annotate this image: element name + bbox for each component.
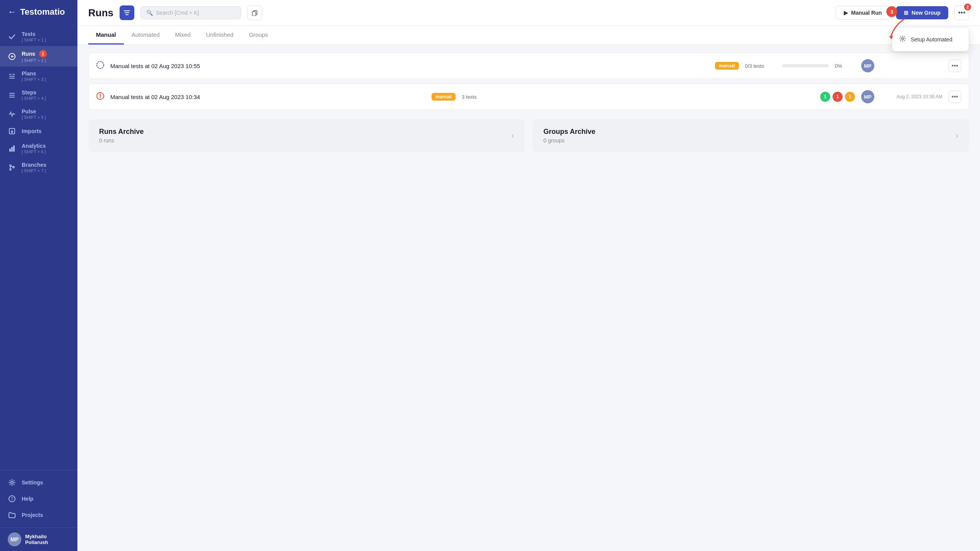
plans-icon	[8, 72, 16, 80]
progress-label: 0%	[835, 63, 849, 69]
svg-point-24	[100, 97, 101, 98]
run-more-button[interactable]: •••	[949, 60, 961, 72]
dropdown-menu: Setup Automated	[892, 27, 969, 51]
new-group-button[interactable]: ⊞ New Group	[896, 6, 948, 19]
setup-automated-label: Setup Automated	[911, 36, 952, 43]
run-name: Manual tests at 02 Aug 2023 10:34	[110, 94, 425, 100]
groups-archive-card[interactable]: Groups Archive 0 groups ›	[533, 119, 969, 152]
svg-rect-18	[252, 12, 256, 16]
folder-icon	[8, 511, 16, 519]
search-box[interactable]: 🔍 Search [Cmd + K]	[140, 6, 241, 19]
run-tests: 0/3 tests	[745, 63, 776, 69]
groups-archive-title: Groups Archive	[543, 128, 595, 136]
play-icon: ▶	[844, 10, 848, 16]
content-area: Manual tests at 02 Aug 2023 10:55 manual…	[77, 45, 980, 551]
runs-archive-title: Runs Archive	[99, 128, 144, 136]
sidebar-footer: Settings ? Help Projects	[0, 470, 77, 527]
avatar: MP	[8, 532, 21, 546]
groups-archive-subtitle: 0 groups	[543, 137, 595, 144]
more-options-button[interactable]: ••• 2	[954, 5, 969, 20]
run-tag: manual	[432, 93, 456, 101]
sidebar-nav: Tests [ SHIFT + 1 ] Runs 1 [ SHIFT + 2 ]	[0, 24, 77, 470]
new-group-icon: ⊞	[904, 10, 908, 16]
svg-text:?: ?	[11, 496, 14, 502]
run-status-running-icon	[96, 61, 104, 71]
result-badges: 1 1 1	[820, 92, 855, 102]
sidebar-item-projects[interactable]: Projects	[8, 509, 70, 521]
gear-icon	[8, 479, 16, 486]
app-title: Testomatio	[20, 7, 65, 17]
chevron-right-icon: ›	[956, 131, 958, 141]
sidebar-item-branches[interactable]: Branches [ SHIFT + 7 ]	[0, 158, 77, 177]
svg-rect-8	[11, 147, 13, 152]
branches-icon	[8, 164, 16, 171]
run-avatar: MP	[861, 59, 874, 72]
more-badge: 2	[964, 3, 971, 10]
progress-bar	[782, 64, 829, 67]
run-avatar: MP	[861, 90, 874, 103]
check-icon	[8, 33, 16, 41]
dropdown-item-setup-automated[interactable]: Setup Automated	[892, 31, 969, 48]
header: Runs 🔍 Search [Cmd + K] ▶ Manual Run ⊞ N…	[77, 0, 980, 26]
archive-section: Runs Archive 0 runs › Groups Archive 0 g…	[88, 119, 969, 152]
filter-button[interactable]	[120, 5, 134, 20]
analytics-icon	[8, 145, 16, 152]
svg-marker-1	[11, 55, 14, 58]
sidebar-item-analytics[interactable]: Analytics [ SHIFT + 6 ]	[0, 139, 77, 158]
result-failed: 1	[833, 92, 843, 102]
play-circle-icon	[8, 53, 16, 60]
run-status-failed-icon	[96, 92, 104, 102]
svg-rect-9	[13, 145, 15, 152]
runs-archive-card[interactable]: Runs Archive 0 runs ›	[88, 119, 525, 152]
search-placeholder: Search [Cmd + K]	[156, 10, 199, 16]
svg-rect-7	[9, 149, 11, 152]
manual-run-button[interactable]: ▶ Manual Run	[836, 6, 890, 20]
svg-point-14	[11, 481, 13, 484]
pulse-icon	[8, 110, 16, 118]
search-icon: 🔍	[146, 10, 153, 16]
tab-groups[interactable]: Groups	[241, 26, 276, 44]
tab-manual[interactable]: Manual	[88, 26, 124, 44]
user-info: MP Mykhailo Poliarush	[0, 527, 77, 551]
sidebar-item-plans[interactable]: Plans [ SHIFT + 3 ]	[0, 67, 77, 86]
help-icon: ?	[8, 495, 16, 503]
run-tag: manual	[715, 62, 739, 70]
tabs-bar: Manual Automated Mixed Unfinished Groups	[77, 26, 980, 45]
copy-button[interactable]	[247, 5, 262, 20]
sidebar-item-settings[interactable]: Settings	[8, 476, 70, 489]
svg-point-11	[10, 169, 11, 170]
more-icon: •••	[958, 9, 966, 17]
svg-point-21	[97, 62, 104, 68]
result-passed: 1	[820, 92, 830, 102]
sidebar-item-imports[interactable]: Imports	[0, 123, 77, 139]
import-icon	[8, 127, 16, 135]
sidebar: ← Testomatio Tests [ SHIFT + 1 ] Runs 1	[0, 0, 77, 551]
sidebar-item-tests[interactable]: Tests [ SHIFT + 1 ]	[0, 27, 77, 46]
runs-badge: 1	[39, 50, 47, 58]
table-row: Manual tests at 02 Aug 2023 10:34 manual…	[88, 84, 969, 110]
page-title: Runs	[88, 7, 113, 19]
sidebar-header: ← Testomatio	[0, 0, 77, 24]
runs-archive-subtitle: 0 runs	[99, 137, 144, 144]
sidebar-item-pulse[interactable]: Pulse [ SHIFT + 5 ]	[0, 104, 77, 123]
sidebar-item-help[interactable]: ? Help	[8, 493, 70, 505]
sidebar-item-steps[interactable]: Steps [ SHIFT + 4 ]	[0, 86, 77, 104]
steps-icon	[8, 91, 16, 99]
chevron-right-icon: ›	[511, 131, 514, 141]
result-skipped: 1	[845, 92, 855, 102]
tab-mixed[interactable]: Mixed	[167, 26, 198, 44]
run-name: Manual tests at 02 Aug 2023 10:55	[110, 63, 709, 69]
run-date: Aug 2, 2023 10:36 AM	[881, 94, 942, 99]
tab-automated[interactable]: Automated	[124, 26, 168, 44]
run-more-button[interactable]: •••	[949, 91, 961, 103]
svg-point-19	[902, 38, 904, 40]
sidebar-item-runs[interactable]: Runs 1 [ SHIFT + 2 ]	[0, 46, 77, 67]
user-name: Mykhailo Poliarush	[25, 534, 70, 545]
tab-unfinished[interactable]: Unfinished	[198, 26, 241, 44]
setup-gear-icon	[899, 35, 906, 43]
back-button[interactable]: ←	[8, 7, 16, 17]
main-content: Runs 🔍 Search [Cmd + K] ▶ Manual Run ⊞ N…	[77, 0, 980, 551]
run-tests: 3 tests	[462, 94, 493, 100]
table-row: Manual tests at 02 Aug 2023 10:55 manual…	[88, 53, 969, 79]
